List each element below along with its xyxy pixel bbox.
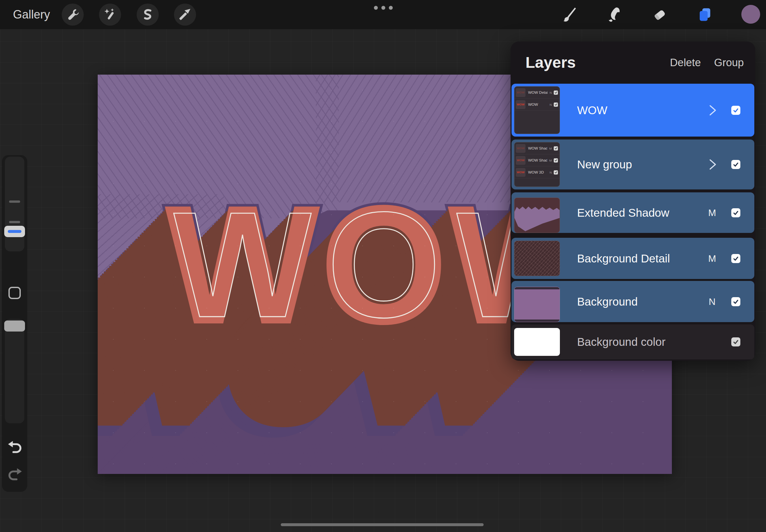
blend-mode-button[interactable]: N [706, 296, 719, 307]
layer-thumbnail[interactable]: WOW WOW Shadow Det... M WOW WOW Shadow M… [514, 142, 560, 187]
layer-row-background[interactable]: Background N [512, 281, 754, 322]
layers-panel-header: Layers Delete Group [511, 42, 755, 84]
eraser-icon [651, 6, 668, 23]
selection-s-icon [140, 7, 155, 22]
layer-name: Extended Shadow [577, 206, 669, 219]
chevron-right-icon[interactable] [708, 158, 717, 171]
actions-button[interactable] [62, 4, 84, 26]
sidebar-tool-controls [2, 155, 27, 492]
layer-thumbnail[interactable]: WOW WOW Detail N WOW WOW N [514, 86, 560, 134]
eraser-tool-button[interactable] [649, 4, 671, 26]
opacity-slider[interactable] [5, 319, 24, 423]
mini-layer-thumbnail: WOW [516, 100, 526, 109]
layer-visibility-checkbox[interactable] [731, 337, 740, 346]
mini-visibility-checkbox [554, 170, 558, 175]
layers-panel-button[interactable] [694, 4, 716, 26]
layer-row-wow-group[interactable]: WOW WOW Detail N WOW WOW N WOW [512, 84, 754, 137]
layers-icon [697, 6, 713, 23]
smudge-finger-icon [606, 6, 622, 23]
modify-button[interactable] [8, 287, 21, 299]
layer-row-new-group[interactable]: WOW WOW Shadow Det... M WOW WOW Shadow M… [512, 139, 754, 189]
mini-layer-row: WOW WOW Shadow Det... M [515, 142, 560, 154]
mini-blend-mode: M [549, 159, 552, 162]
mini-blend-mode: N [550, 171, 552, 174]
mini-visibility-checkbox [554, 103, 558, 107]
layer-visibility-checkbox[interactable] [731, 160, 740, 169]
layer-name: Background [577, 295, 638, 308]
mini-blend-mode: M [549, 147, 552, 150]
mini-layer-row: WOW WOW Shadow M [515, 154, 560, 166]
selection-button[interactable] [137, 4, 159, 26]
layer-visibility-checkbox[interactable] [731, 297, 740, 306]
background-color-row[interactable]: Background color [512, 324, 754, 359]
mini-layer-thumbnail: WOW [516, 144, 526, 153]
delete-button[interactable]: Delete [670, 42, 701, 84]
layer-name: New group [577, 158, 632, 171]
blend-mode-button[interactable]: M [706, 207, 719, 218]
blend-mode-button[interactable]: M [706, 253, 719, 264]
mini-layer-thumbnail: WOW [516, 156, 526, 165]
canvas-options-button[interactable] [374, 6, 393, 10]
layer-name: WOW [577, 104, 607, 117]
layer-thumbnail[interactable] [514, 198, 560, 233]
layers-panel: Layers Delete Group WOW WOW Detail N WOW… [511, 42, 755, 361]
redo-button[interactable] [6, 467, 23, 482]
chevron-right-icon[interactable] [708, 104, 717, 117]
gallery-button[interactable]: Gallery [13, 0, 50, 29]
layers-panel-title: Layers [526, 42, 576, 84]
redo-icon [6, 467, 23, 482]
brush-size-slider[interactable] [5, 157, 24, 251]
layer-visibility-checkbox[interactable] [731, 254, 740, 263]
smudge-tool-button[interactable] [603, 4, 625, 26]
top-toolbar: Gallery [0, 0, 766, 29]
group-button[interactable]: Group [714, 42, 744, 84]
magic-wand-icon [103, 7, 117, 22]
transform-arrow-icon [178, 7, 192, 22]
layer-thumbnail[interactable] [514, 241, 560, 276]
brush-icon [561, 6, 578, 23]
layer-visibility-checkbox[interactable] [731, 208, 740, 217]
transform-button[interactable] [174, 4, 196, 26]
mini-layer-row: WOW WOW N [515, 99, 560, 111]
mini-visibility-checkbox [554, 146, 558, 151]
mini-layer-row: WOW WOW Detail N [515, 87, 560, 99]
slider-memory-tick [9, 200, 20, 203]
layer-visibility-checkbox[interactable] [731, 106, 740, 115]
active-color-swatch[interactable] [741, 5, 760, 24]
wrench-icon [66, 7, 80, 22]
adjustments-button[interactable] [99, 4, 121, 26]
mini-layer-row: WOW WOW 3D N [515, 166, 560, 178]
undo-icon [6, 440, 23, 455]
mini-layer-thumbnail: WOW [516, 88, 526, 97]
mini-visibility-checkbox [554, 91, 558, 95]
mini-blend-mode: N [550, 91, 552, 94]
brush-tool-button[interactable] [558, 4, 580, 26]
undo-button[interactable] [6, 440, 23, 455]
layer-row-extended-shadow[interactable]: Extended Shadow M [512, 192, 754, 233]
layer-row-background-detail[interactable]: Background Detail M [512, 238, 754, 279]
brush-size-slider-thumb[interactable] [4, 226, 25, 237]
home-indicator[interactable] [281, 523, 484, 526]
layer-name: Background color [577, 335, 665, 348]
slider-memory-tick [9, 221, 20, 223]
opacity-slider-thumb[interactable] [4, 320, 25, 332]
mini-visibility-checkbox [554, 158, 558, 163]
layer-name: Background Detail [577, 252, 670, 265]
mini-layer-thumbnail: WOW [516, 168, 526, 177]
background-color-thumbnail[interactable] [514, 328, 560, 356]
procreate-workspace: { "topbar": { "gallery_label": "Gallery"… [0, 0, 766, 532]
mini-blend-mode: N [550, 103, 552, 106]
layer-thumbnail[interactable] [514, 287, 560, 322]
